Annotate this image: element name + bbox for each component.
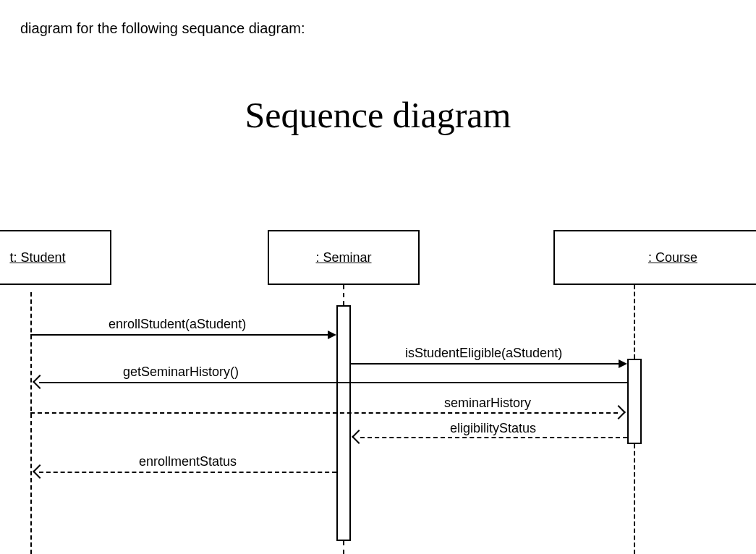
label-m5: eligibilityStatus [450,421,536,436]
lifeline-seminar-line-top [343,285,344,305]
arrowhead-m1 [328,331,336,339]
arrow-m3 [39,382,627,383]
arrow-m6 [39,472,336,473]
lifeline-course-line-bottom [634,444,635,554]
arrowhead-m6 [33,464,47,479]
lifeline-student: t: Student [0,230,111,285]
arrow-m1 [30,334,335,336]
sequence-diagram-page: diagram for the following sequance diagr… [0,0,756,554]
lifeline-seminar: : Seminar [268,230,420,285]
lifeline-student-label: t: Student [9,250,65,265]
lifeline-student-line [30,292,32,554]
arrow-m5 [360,437,627,438]
lifeline-seminar-line-bottom [343,541,344,554]
arrowhead-m2 [619,359,627,368]
caption-text: diagram for the following sequance diagr… [20,20,305,37]
arrowhead-m3 [33,375,47,389]
arrowhead-m5 [352,430,366,444]
lifeline-seminar-label: : Seminar [315,250,371,265]
label-m4: seminarHistory [444,396,531,411]
lifeline-course: : Course [553,230,756,285]
activation-course [627,359,642,444]
label-m3: getSeminarHistory() [123,365,239,380]
lifeline-course-line-top [634,285,635,359]
label-m6: enrollmentStatus [139,454,237,469]
activation-seminar [336,305,351,541]
label-m2: isStudentEligible(aStudent) [405,346,562,361]
label-m1: enrollStudent(aStudent) [109,317,246,332]
lifeline-course-label: : Course [648,250,697,265]
arrowhead-m4 [611,405,626,419]
arrow-m4 [30,412,618,414]
diagram-title: Sequence diagram [0,94,756,136]
arrow-m2 [351,363,626,365]
